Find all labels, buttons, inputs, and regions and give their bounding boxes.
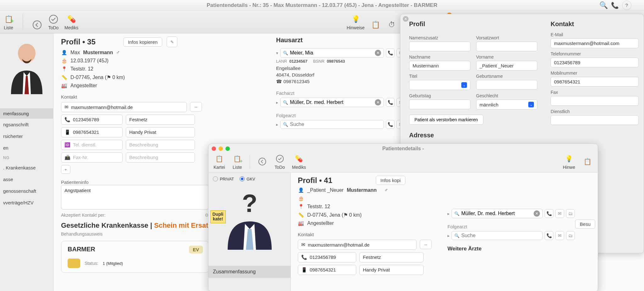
- close-icon[interactable]: ✕: [403, 16, 408, 22]
- sidebar-item[interactable]: . Krankenkasse: [0, 162, 53, 174]
- chevron-down-icon[interactable]: ▾: [276, 51, 278, 55]
- hinweise-button[interactable]: 💡 Hinweise: [347, 14, 365, 30]
- folgearzt-search[interactable]: 🔍: [280, 120, 384, 129]
- card-action[interactable]: 🗂: [566, 231, 575, 240]
- email-field[interactable]: ✉maxmustermann@hotmail.de: [298, 240, 417, 250]
- dienst-field[interactable]: 🆔Tel. dienstl.: [61, 140, 123, 150]
- edit-button[interactable]: ✎: [167, 37, 177, 47]
- patinfo-box[interactable]: Angstpatient: [61, 185, 209, 209]
- sidebar-item[interactable]: rsicherter: [0, 130, 53, 142]
- clear-icon[interactable]: ✕: [375, 50, 381, 56]
- mobil-input[interactable]: 0987654321: [551, 77, 639, 87]
- phone-action[interactable]: 📞: [545, 231, 553, 240]
- sidebar-item[interactable]: ngsanschrift: [0, 119, 53, 130]
- back-button[interactable]: [32, 20, 42, 30]
- link-button[interactable]: ↔: [420, 240, 432, 249]
- accept-label: Akzeptiert Kontakt per:: [61, 213, 106, 218]
- vorname-input[interactable]: _Patient _Neuer: [476, 61, 537, 71]
- clipboard-button[interactable]: 📋: [582, 156, 593, 167]
- todo-button[interactable]: ToDo: [275, 153, 285, 170]
- traffic-lights[interactable]: [208, 144, 233, 153]
- fax-field[interactable]: 📠Fax-Nr.: [61, 152, 123, 163]
- mediks-button[interactable]: 💊Mediks: [292, 153, 306, 170]
- geburtsname-input[interactable]: [476, 80, 537, 90]
- clear-icon[interactable]: ✕: [375, 99, 381, 106]
- namenszusatz-input[interactable]: [409, 42, 470, 51]
- desc-field[interactable]: Beschreibung: [126, 140, 195, 150]
- titel-select[interactable]: ⌄: [409, 80, 470, 90]
- card-action[interactable]: 🗂: [566, 209, 575, 218]
- mail-action[interactable]: ✉: [555, 231, 564, 240]
- min-dot[interactable]: [219, 146, 223, 151]
- chevron-right-icon[interactable]: ▸: [276, 100, 278, 105]
- phone-action[interactable]: 📞: [386, 98, 395, 107]
- link-button[interactable]: ↔: [190, 102, 202, 111]
- clock-button[interactable]: ⏱: [386, 20, 397, 30]
- close-dot[interactable]: [212, 146, 216, 151]
- geburtstag-input[interactable]: [409, 100, 470, 109]
- mobile-label-field[interactable]: Handy Privat: [359, 265, 424, 275]
- folgearzt-search[interactable]: 🔍: [452, 231, 543, 240]
- copy-info-button[interactable]: Infos kopi: [376, 176, 405, 185]
- desc2-field[interactable]: Beschreibung: [126, 152, 195, 163]
- todo-button[interactable]: ToDo: [48, 14, 59, 30]
- phone-action[interactable]: 📞: [386, 48, 395, 57]
- sidebar-item[interactable]: asse: [0, 174, 53, 185]
- telefon-input[interactable]: 0123456789: [551, 58, 639, 67]
- sidebar-item[interactable]: en: [0, 142, 53, 154]
- dienst-input[interactable]: [551, 115, 639, 125]
- verstorben-button[interactable]: Patient als verstorben markieren: [409, 115, 483, 125]
- hinweise-button[interactable]: 💡Hinwe: [563, 153, 575, 170]
- tel-label-field[interactable]: Festnetz: [126, 115, 195, 125]
- phone-action[interactable]: 📞: [386, 120, 395, 129]
- mobile-field[interactable]: 📱0987654321: [61, 127, 123, 137]
- facharzt-search[interactable]: 🔍 ✕: [280, 98, 384, 107]
- add-contact-button[interactable]: +: [61, 165, 70, 174]
- insurance-card[interactable]: BARMER EV Status: 1 (Mitglied): [61, 241, 209, 273]
- sidebar-item[interactable]: vverträge/HZV: [0, 197, 53, 208]
- email-input[interactable]: maxmustermann@hotmail.com: [551, 38, 639, 48]
- vorsatzwort-input[interactable]: [476, 42, 537, 51]
- phone-icon[interactable]: 📞: [611, 2, 619, 9]
- sidebar-item-zusammenfassung[interactable]: Zusammenfassung: [208, 266, 291, 278]
- nachname-input[interactable]: Mustermann: [409, 61, 470, 71]
- sidebar-item[interactable]: genossenschaft: [0, 185, 53, 197]
- help-icon[interactable]: ?: [622, 1, 631, 10]
- status: Angestellter: [307, 220, 334, 226]
- geschlecht-select[interactable]: männlich⌄: [476, 100, 537, 110]
- search-input[interactable]: [290, 50, 375, 56]
- search-icon[interactable]: 🔍: [599, 1, 608, 9]
- facharzt-search[interactable]: 🔍 ✕: [452, 209, 543, 218]
- mobile-field[interactable]: 📱0987654321: [298, 265, 356, 275]
- copy-info-button[interactable]: Infos kopieren: [123, 37, 162, 47]
- search-input[interactable]: [461, 233, 540, 238]
- search-input[interactable]: [290, 122, 381, 127]
- chevron-right-icon[interactable]: ▸: [276, 122, 278, 127]
- phone-action[interactable]: 📞: [545, 209, 553, 218]
- liste-button[interactable]: 📋+Liste: [232, 153, 243, 170]
- liste-button[interactable]: 📋+ Liste: [3, 14, 14, 30]
- clear-icon[interactable]: ✕: [534, 210, 540, 217]
- fax-input[interactable]: [551, 96, 639, 106]
- search-input[interactable]: [461, 211, 534, 216]
- chevron-right-icon[interactable]: ▸: [447, 233, 450, 238]
- clipboard-button[interactable]: 📋: [370, 20, 381, 30]
- kartei-button[interactable]: 📋Kartei: [214, 153, 225, 170]
- tel-field[interactable]: 📞0123456789: [61, 115, 123, 125]
- duplicate-badge: Duplikate!: [210, 210, 226, 223]
- search-input[interactable]: [290, 100, 375, 105]
- tel-field[interactable]: 📞0123456789: [298, 252, 356, 262]
- mobile-label-field[interactable]: Handy Privat: [126, 127, 195, 137]
- mediks-button[interactable]: 💊 Mediks: [64, 14, 78, 30]
- hausarzt-search[interactable]: 🔍 ✕: [280, 48, 384, 58]
- email-field[interactable]: ✉maxmustermann@hotmail.de: [61, 102, 187, 112]
- mail-action[interactable]: ✉: [555, 209, 564, 218]
- max-dot[interactable]: [225, 146, 230, 151]
- back-button[interactable]: [257, 156, 268, 167]
- gkv-radio[interactable]: GKV: [240, 176, 255, 181]
- tel-label-field[interactable]: Festnetz: [359, 252, 424, 262]
- privat-radio[interactable]: PRIVAT: [213, 176, 234, 181]
- chevron-right-icon[interactable]: ▸: [447, 211, 450, 216]
- sidebar-item-zusammenfassung[interactable]: menfassung: [0, 108, 53, 119]
- besu-button[interactable]: Besu: [575, 220, 595, 229]
